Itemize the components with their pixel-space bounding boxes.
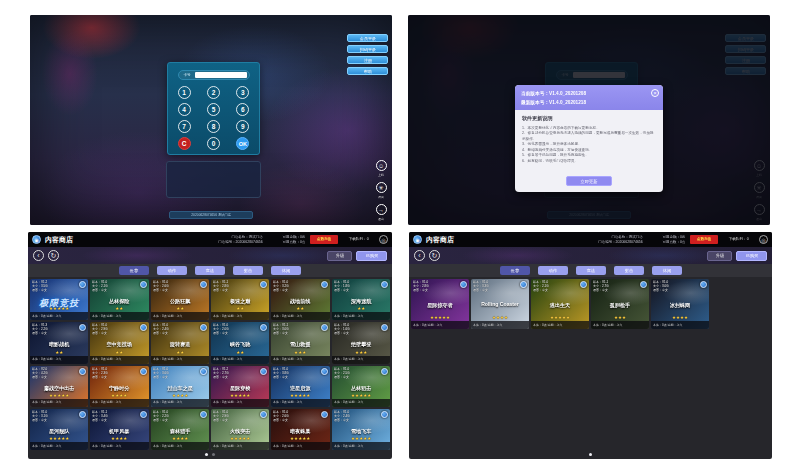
close-icon[interactable]: × [651,89,659,97]
update-confirm-button[interactable]: 立即更新 [566,176,612,186]
back-icon[interactable]: ‹ [33,250,44,261]
keypad-key-9[interactable]: 9 [236,120,249,133]
pagination-dot[interactable] [589,453,592,456]
smiley-icon: ☺ [376,160,387,171]
filter-button-3[interactable]: 射击 [233,266,263,275]
keypad-key-ok[interactable]: OK [236,137,249,150]
login-side-button-1[interactable]: 扫码登录 [347,45,388,53]
screenshot-grid: 会员登录扫码登录注册帮助 卡号 123456789C0OK 2020062807… [0,0,800,471]
keypad-key-1[interactable]: 1 [178,86,191,99]
recharge-badge[interactable]: 点数充值 [690,235,718,244]
game-card[interactable]: 版本：V1.0大小：2.4G语言：中文雪地飞车★★★★★本体：0点 过期：永久下… [332,409,390,450]
game-card[interactable]: 版本：V1.0大小：2.1G语言：中文丛林探险★★本体：0点 过期：永久下载 [90,279,148,320]
game-card[interactable]: 版本：V1.1大小：2.8G语言：中文极速之巅★★本体：0点 过期：永久下载 [211,279,269,320]
game-card[interactable]: 版本：V1.0大小：2.5G语言：中文丛林狙击★★★★★本体：0点 过期：永久下… [332,366,390,407]
login-side-button-2[interactable]: 注册 [347,56,388,64]
game-star-rating: ★★★ [598,315,642,320]
game-card[interactable]: 版本：V1.0大小：2.9G语言：中文空中竞技场★★本体：0点 过期：永久下载 [90,322,148,363]
filter-button-4[interactable]: 休闲 [271,266,301,275]
game-card[interactable]: 版本：V1.1大小：2.7G语言：中文孤胆枪手★★★本体：0点 过期：永久下载 [591,279,649,329]
keypad-key-c[interactable]: C [178,137,191,150]
pagination-dot[interactable] [212,453,215,456]
card-number-input[interactable] [195,72,247,78]
download-queue-text: 下载队列：0 [348,237,368,242]
game-card[interactable]: 版本：V1.0大小：1.6G语言：中文绝壁攀登★★★本体：0点 过期：永久下载 [332,322,390,363]
keypad-keys: 123456789C0OK [175,86,253,150]
game-card[interactable]: 版本：V1.0大小：2.0G语言：中文峡谷飞驰★★本体：0点 过期：永久下载 [211,322,269,363]
keypad-key-5[interactable]: 5 [207,103,220,116]
game-card[interactable]: 版本：V1.2大小：2.7G语言：中文星际穿梭★★★★★本体：0点 过期：永久下… [211,366,269,407]
corner-smiley-icon-wrap[interactable]: ☺上机 [375,160,387,177]
corner-gear-icon-wrap[interactable]: ✳设置 [375,182,387,199]
game-language: 语言：中文 [653,288,709,292]
filter-button-1[interactable]: 动作 [538,266,568,275]
filter-button-2[interactable]: 竞速 [576,266,606,275]
game-card[interactable]: 版本：V1.1大小：3.0G语言：中文雪山救援★★★本体：0点 过期：永久下载 [271,322,329,363]
upgrade-button[interactable]: 升级 [327,251,352,261]
game-language: 语言：中文 [273,331,329,335]
purchased-button[interactable]: 已购买 [356,251,387,261]
keypad-key-8[interactable]: 8 [207,120,220,133]
game-language: 语言：中文 [153,374,209,378]
store-toolbar: ‹ ↻ 升级 已购买 [409,247,772,264]
corner-exit-icon-wrap[interactable]: →退出 [375,204,387,221]
game-card[interactable]: 版本：V1.0大小：2.1G语言：中文逃出生天★★★★★本体：0点 过期：永久下… [531,279,589,329]
recharge-badge[interactable]: 点数充值 [310,235,338,244]
filter-button-1[interactable]: 动作 [157,266,187,275]
filter-button-0[interactable]: 推荐 [500,266,530,275]
game-card[interactable]: 版本：V1.0大小：3.0G语言：中文冰封蛛网★★★★本体：0点 过期：永久下载 [651,279,709,329]
purchased-button[interactable]: 已购买 [736,251,767,261]
game-price-text: 本体：0点 过期：永久 [32,314,62,319]
game-star-rating: ★★★ [339,349,383,354]
game-card[interactable]: 版本：V1.3大小：2.2G语言：中文暗影战机★★本体：0点 过期：永久下载 [30,322,88,363]
filter-button-0[interactable]: 推荐 [119,266,149,275]
game-card-footer: 本体：0点 过期：永久下载 [151,312,209,320]
game-card[interactable]: 版本：V1.0大小：3.1G语言：中文星河舰队★★★★★本体：0点 过期：永久下… [30,409,88,450]
balance-column: 可用余额：0元 可用点数：0点 [266,235,305,245]
login-side-button-0[interactable]: 会员登录 [347,34,388,42]
game-star-rating: ★★★★ [158,393,202,398]
login-side-button-3[interactable]: 帮助 [347,67,388,75]
game-card[interactable]: 版本：V1.0大小：3.8G语言：中文逆星启源★★★★★本体：0点 过期：永久下… [271,366,329,407]
keypad-key-3[interactable]: 3 [236,86,249,99]
game-card[interactable]: 版本：V1.0大小：1.8G语言：中文深海迷航★★本体：0点 过期：永久下载 [332,279,390,320]
pagination-dot[interactable] [205,453,208,456]
game-star-rating: ★★★★★ [538,315,582,320]
platform-badge-icon [520,281,527,288]
game-card[interactable]: 版本：V1.0大小：3.6G语言：中文过山车之星★★★★本体：0点 过期：永久下… [151,366,209,407]
game-card[interactable]: 版本：V1.0大小：2.2G语言：中文森林猎手★★★★本体：0点 过期：永久下载 [151,409,209,450]
game-card[interactable]: 版本：V1.0大小：2.3G语言：中文宁静时分★★★★本体：0点 过期：永久下载 [90,366,148,407]
game-card[interactable]: 版本：V1.0大小：3.3G语言：中文Rolling Coaster★★★★本体… [471,279,529,329]
keypad-key-2[interactable]: 2 [207,86,220,99]
upgrade-button[interactable]: 升级 [707,251,732,261]
game-card[interactable]: 版本：V1.0大小：3.2G语言：中文战地前线★★本体：0点 过期：永久下载 [271,279,329,320]
game-card[interactable]: 版本：V2.0大小：4.2G语言：中文鏖战空中出击★★★★★本体：0点 过期：永… [30,366,88,407]
filter-button-4[interactable]: 休闲 [652,266,682,275]
game-card[interactable]: 版本：V1.0大小：2.6G语言：中文暗夜蛛巢★★★★★本体：0点 过期：永久下… [271,409,329,450]
game-language: 语言：中文 [334,374,390,378]
refresh-icon[interactable]: ↻ [429,250,440,261]
game-card-footer: 本体：0点 过期：永久下载 [30,399,88,407]
filter-button-2[interactable]: 竞速 [195,266,225,275]
filter-button-3[interactable]: 射击 [614,266,644,275]
keypad-key-7[interactable]: 7 [178,120,191,133]
settings-icon[interactable]: ◎ [379,235,388,244]
settings-icon[interactable]: ◎ [759,235,768,244]
game-card-footer: 本体：0点 过期：永久下载 [151,442,209,450]
refresh-icon[interactable]: ↻ [48,250,59,261]
game-card[interactable]: 版本：V1.2大小：3.5G语言：中文极限竞技★★★★★本体：0点 过期：永久下… [30,279,88,320]
game-card[interactable]: 版本：V1.0大小：2.9G语言：中文火线突击★★★★★本体：0点 过期：永久下… [211,409,269,450]
keypad-key-6[interactable]: 6 [236,103,249,116]
game-title: 宁静时分 [95,384,145,392]
game-language: 语言：中文 [593,288,649,292]
game-card[interactable]: 版本：V1.0大小：2.4G语言：中文旋转赛道★★本体：0点 过期：永久下载 [151,322,209,363]
game-card[interactable]: 版本：V1.0大小：2.6G语言：中文公路狂飙★★本体：0点 过期：永久下载 [151,279,209,320]
store-id: 门店编号：20200628074656 [598,241,642,244]
keypad-key-4[interactable]: 4 [178,103,191,116]
back-icon[interactable]: ‹ [414,250,425,261]
game-card-footer: 本体：0点 过期：永久下载 [411,321,469,329]
game-card[interactable]: 版本：V1.0大小：2.8G语言：中文星际掠夺者★★★★★本体：0点 过期：永久… [411,279,469,329]
keypad-key-0[interactable]: 0 [207,137,220,150]
store-header: ◉ 内容商店 门店名称：测试门店 门店编号：20200628074656 可用余… [409,232,772,247]
game-card[interactable]: 版本：V1.1大小：3.4G语言：中文机甲风暴★★★★本体：0点 过期：永久下载 [90,409,148,450]
